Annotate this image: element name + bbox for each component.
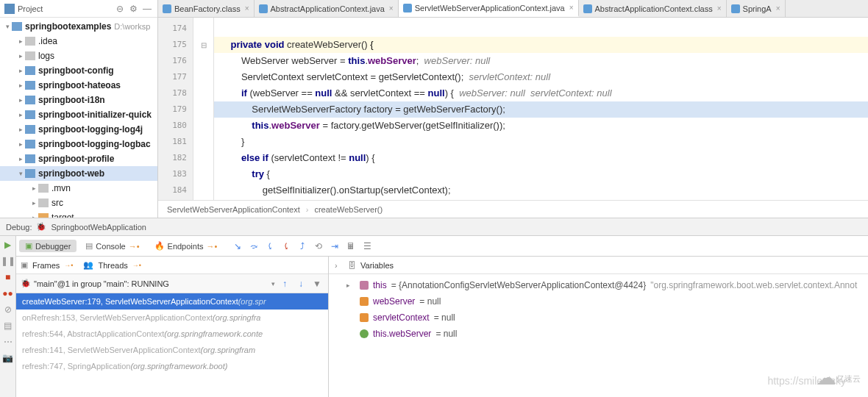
chevron-icon[interactable]: ▸ (16, 155, 25, 162)
dropdown-chevron-icon[interactable]: ▾ (271, 280, 275, 287)
chevron-icon[interactable]: ▸ (16, 82, 25, 89)
code-line[interactable]: WebServer webServer = this.webServer; we… (214, 53, 868, 69)
chevron-icon[interactable]: ▸ (16, 96, 25, 104)
filter-frames-button[interactable]: ▼ (310, 277, 324, 290)
chevron-icon[interactable]: ▸ (29, 185, 38, 192)
stack-frame[interactable]: createWebServer:179, ServletWebServerApp… (16, 293, 328, 310)
line-number[interactable]: 182 (158, 150, 193, 166)
line-number[interactable]: 176 (158, 53, 193, 69)
tree-item[interactable]: ▸ src (0, 196, 157, 210)
more-button[interactable]: ⋯ (2, 336, 14, 348)
editor-tab[interactable]: SpringA × (727, 0, 786, 17)
chevron-icon[interactable]: ▸ (16, 126, 25, 133)
variable-list[interactable]: ▸ this = {AnnotationConfigServletWebServ… (329, 274, 868, 397)
chevron-icon[interactable]: ▸ (16, 67, 25, 74)
project-tree[interactable]: ▾ springbootexamples D:\worksp ▸ .idea▸ … (0, 18, 157, 218)
tree-root[interactable]: ▾ springbootexamples D:\worksp (0, 19, 157, 34)
code-editor[interactable]: 174175176177178179180181182183184185 ⊟ p… (158, 18, 868, 200)
code-line[interactable]: else if (servletContext != null) { (214, 150, 868, 166)
view-breakpoints-button[interactable]: ●● (2, 287, 14, 299)
editor-tab[interactable]: ServletWebServerApplicationContext.java … (399, 0, 579, 17)
resume-button[interactable]: ▶ (2, 239, 14, 251)
stack-frame[interactable]: refresh:544, AbstractApplicationContext … (16, 326, 328, 342)
prev-frame-button[interactable]: ↑ (278, 277, 291, 290)
evaluate-button[interactable]: 🖩 (345, 240, 357, 252)
step-over-button[interactable]: ⤼ (248, 240, 260, 252)
chevron-icon[interactable]: ▸ (16, 111, 25, 118)
editor-tab[interactable]: AbstractApplicationContext.class × (579, 0, 727, 17)
code-line[interactable]: this.webServer = factory.getWebServer(ge… (214, 118, 868, 134)
line-number[interactable]: 184 (158, 182, 193, 198)
tree-item[interactable]: ▾ springboot-web (0, 166, 157, 181)
stack-frame[interactable]: refresh:141, ServletWebServerApplication… (16, 342, 328, 358)
chevron-icon[interactable]: ▾ (16, 170, 25, 177)
editor-tab[interactable]: BeanFactory.class × (158, 0, 255, 17)
chevron-icon[interactable]: ▸ (16, 140, 25, 148)
trace-button[interactable]: ☰ (361, 240, 373, 252)
tree-item[interactable]: ▸ springboot-logging-logbac (0, 137, 157, 151)
variable-row[interactable]: webServer = null (329, 293, 868, 310)
chevron-down-icon[interactable]: ▾ (3, 23, 12, 30)
close-icon[interactable]: × (776, 4, 780, 12)
tab-endpoints[interactable]: 🔥 Endpoints →• (149, 240, 224, 252)
line-number[interactable]: 178 (158, 85, 193, 101)
chevron-icon[interactable]: ▸ (29, 214, 38, 218)
close-icon[interactable]: × (569, 4, 574, 12)
tree-item[interactable]: ▸ .mvn (0, 181, 157, 196)
force-step-into-button[interactable]: ⤹ (280, 240, 292, 252)
chevron-icon[interactable]: ▸ (346, 282, 355, 289)
frame-list[interactable]: createWebServer:179, ServletWebServerApp… (16, 293, 328, 397)
line-number[interactable]: 179 (158, 101, 193, 118)
layout-button[interactable]: ▤ (2, 320, 14, 332)
mute-breakpoints-button[interactable]: ⊘ (2, 304, 14, 315)
close-icon[interactable]: × (717, 4, 722, 12)
collapse-icon[interactable]: ⊖ (116, 4, 127, 14)
variable-row[interactable]: ▸ this = {AnnotationConfigServletWebServ… (329, 277, 868, 293)
gear-icon[interactable]: ⚙ (129, 4, 140, 14)
hide-icon[interactable]: — (143, 4, 153, 14)
stack-frame[interactable]: onRefresh:153, ServletWebServerApplicati… (16, 310, 328, 326)
tree-item[interactable]: ▸ springboot-logging-log4j (0, 122, 157, 137)
run-to-cursor-button[interactable]: ⇥ (329, 240, 341, 252)
line-number[interactable]: 181 (158, 134, 193, 150)
editor-tab[interactable]: AbstractApplicationContext.java × (255, 0, 399, 17)
breadcrumb-class[interactable]: ServletWebServerApplicationContext (167, 205, 300, 214)
breadcrumb-method[interactable]: createWebServer() (314, 205, 383, 214)
code-line[interactable]: ServletWebServerFactory factory = getWeb… (214, 101, 868, 118)
line-number[interactable]: 177 (158, 69, 193, 85)
tree-item[interactable]: ▸ springboot-config (0, 63, 157, 78)
code-line[interactable]: if (webServer == null && servletContext … (214, 85, 868, 101)
tree-item[interactable]: ▸ logs (0, 49, 157, 63)
thread-selector[interactable]: 🐞 "main"@1 in group "main": RUNNING ▾ ↑ … (16, 274, 328, 293)
drop-frame-button[interactable]: ⟲ (313, 240, 324, 252)
chevron-icon[interactable]: ▸ (16, 52, 25, 60)
tree-item[interactable]: ▸ .idea (0, 34, 157, 49)
show-exec-point-button[interactable]: ↘ (232, 240, 243, 252)
next-frame-button[interactable]: ↓ (294, 277, 307, 290)
tab-debugger[interactable]: ▣ Debugger (19, 240, 77, 252)
variable-row[interactable]: this.webServer = null (329, 326, 868, 342)
close-icon[interactable]: × (245, 4, 249, 12)
code-line[interactable]: private void createWebServer() { (214, 37, 868, 53)
stack-frame[interactable]: refresh:747, SpringApplication (org.spri… (16, 358, 328, 374)
breadcrumb[interactable]: ServletWebServerApplicationContext › cre… (158, 200, 868, 218)
line-number[interactable]: 180 (158, 118, 193, 134)
line-gutter[interactable]: 174175176177178179180181182183184185 (158, 18, 193, 200)
code-line[interactable]: getSelfInitializer().onStartup(servletCo… (214, 182, 868, 198)
code-content[interactable]: private void createWebServer() { WebServ… (214, 18, 868, 200)
tree-item[interactable]: ▸ springboot-profile (0, 151, 157, 166)
tab-console[interactable]: ▤ Console →• (79, 240, 145, 252)
tree-item[interactable]: ▸ target (0, 210, 157, 218)
line-number[interactable]: 183 (158, 166, 193, 182)
tree-item[interactable]: ▸ springboot-hateoas (0, 78, 157, 93)
camera-icon[interactable]: 📷 (2, 352, 14, 364)
code-line[interactable]: } (214, 134, 868, 150)
chevron-icon[interactable]: ▸ (29, 199, 38, 207)
pause-button[interactable]: ❚❚ (2, 255, 14, 267)
vars-collapse-icon[interactable]: › (335, 261, 344, 270)
tree-item[interactable]: ▸ springboot-initializer-quick (0, 107, 157, 122)
code-line[interactable]: try { (214, 166, 868, 182)
debug-config-name[interactable]: SpringbootWebApplication (51, 223, 146, 232)
code-line[interactable] (214, 21, 868, 37)
tree-item[interactable]: ▸ springboot-i18n (0, 93, 157, 107)
